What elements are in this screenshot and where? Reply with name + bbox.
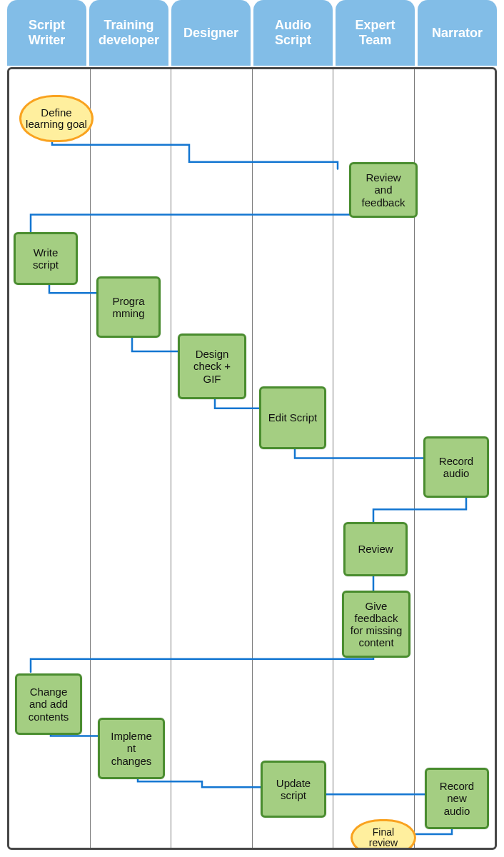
lane-head-script-writer: Script Writer — [7, 0, 86, 66]
node-implement-changes: Impleme nt changes — [98, 718, 165, 779]
swimlane-diagram: Script Writer Training developer Designe… — [0, 0, 504, 857]
node-record-new-audio: Record new audio — [425, 768, 489, 829]
swimlane-body: Define learning goal Review and feedback… — [7, 67, 497, 850]
node-layer: Define learning goal Review and feedback… — [9, 69, 495, 848]
lane-head-designer: Designer — [171, 0, 251, 66]
lane-head-expert-team: Expert Team — [336, 0, 415, 66]
lane-head-narrator: Narrator — [418, 0, 497, 66]
node-give-feedback: Give feedback for missing content — [342, 591, 410, 658]
node-programming: Progra mming — [96, 276, 161, 338]
lane-head-training-developer: Training developer — [89, 0, 168, 66]
node-edit-script: Edit Script — [259, 386, 326, 449]
lane-head-audio-script: Audio Script — [253, 0, 333, 66]
node-define-learning-goal: Define learning goal — [19, 95, 94, 142]
node-final-review: Final review — [351, 819, 416, 850]
node-review-and-feedback: Review and feedback — [349, 162, 418, 218]
node-record-audio: Record audio — [423, 436, 489, 498]
node-change-add-contents: Change and add contents — [15, 673, 82, 735]
node-update-script: Update script — [261, 761, 326, 818]
node-design-check-gif: Design check + GIF — [178, 334, 246, 399]
node-write-script: Write script — [14, 232, 78, 285]
node-review: Review — [343, 522, 408, 576]
lane-header-row: Script Writer Training developer Designe… — [7, 0, 497, 66]
